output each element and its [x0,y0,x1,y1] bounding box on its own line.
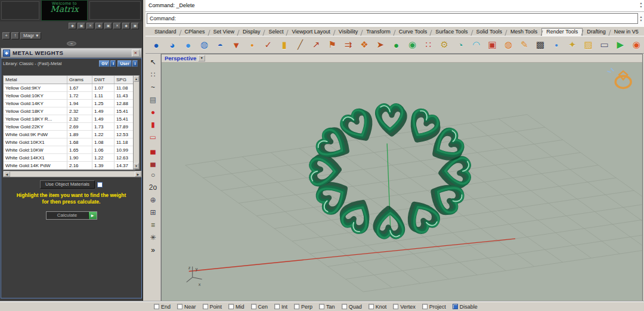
calculate-button[interactable]: Calculate ▶ [46,211,97,220]
ribbon-tool-icon[interactable]: ◔ [453,38,468,52]
toolbar-tab[interactable]: Visibility [335,28,362,36]
ribbon-tool-icon[interactable]: ⇉ [340,38,356,52]
panel-collapse-handle[interactable]: •• [67,41,76,46]
use-materials-checkbox[interactable] [97,182,103,187]
ribbon-tool-icon[interactable]: ⚑ [324,38,340,52]
table-row[interactable]: Yellow Gold:9KY 1.67 1.07 11.08 [4,84,135,92]
osnap-toggle[interactable]: Point [203,304,222,310]
side-tool-icon[interactable]: 2o [149,184,157,191]
ribbon-tool-icon[interactable]: ◓ [212,38,228,52]
dock-control-button[interactable]: ◆ [95,23,103,29]
user-info-button[interactable]: i [132,60,138,67]
toolbar-tab[interactable]: Transform [362,28,395,36]
side-tool-icon[interactable]: ⊕ [150,196,156,204]
ribbon-tool-icon[interactable]: ∷ [420,38,436,52]
table-row[interactable]: White Gold:14K PdW 2.16 1.39 14.37 [4,162,135,170]
toolbar-tab[interactable]: Viewport Layout [287,28,334,36]
toolbar-tab[interactable]: Set View [209,28,239,36]
table-row[interactable]: White Gold:14KX1 1.90 1.22 12.63 [4,154,135,162]
table-horizontal-scrollbar[interactable]: ◀ ▶ [3,171,142,177]
viewport-title[interactable]: Perspective [165,55,196,61]
metal-weights-header[interactable]: ◆ METAL WEIGHTS ✕ [1,48,142,58]
osnap-toggle[interactable]: Int [274,304,287,310]
scroll-down-icon[interactable]: ▼ [639,19,643,22]
ribbon-tool-icon[interactable]: ▶ [612,38,628,52]
side-tool-icon[interactable]: ⊞ [150,209,156,216]
dock-control-button[interactable]: ◆ [69,23,76,29]
side-tool-icon[interactable]: ▭ [150,134,156,141]
gv-info-button[interactable]: i [110,60,116,67]
scroll-right-icon[interactable]: ▶ [135,171,141,177]
ribbon-tool-icon[interactable]: ╱ [293,38,308,52]
magr-dropdown[interactable]: Magr ▾ [20,32,41,39]
toolbar-tab[interactable]: Standard [150,28,181,36]
table-row[interactable]: Yellow Gold:10KY 1.72 1.11 11.43 [4,92,135,100]
ribbon-tool-icon[interactable]: ▣ [485,38,500,52]
side-tool-icon[interactable]: ▄ [150,146,156,153]
ribbon-tool-icon[interactable]: ✓ [261,38,276,52]
command-scrollbar[interactable]: ▲ ▼ [639,16,643,22]
perspective-viewport-canvas[interactable]: z y x [162,63,642,301]
side-tool-icon[interactable]: » [151,247,155,254]
osnap-toggle[interactable]: End [154,304,171,310]
table-row[interactable]: Yellow Gold:18KY R... 2.32 1.49 15.41 [4,115,135,123]
table-row[interactable]: Yellow Gold:18KY 2.32 1.49 15.41 [4,107,135,115]
osnap-toggle[interactable]: Perp [294,304,312,310]
toolbar-tab[interactable]: Select [264,28,287,36]
dock-control-button[interactable]: ▣ [131,23,139,29]
ribbon-tool-icon[interactable]: • [244,38,260,52]
table-vertical-scrollbar[interactable]: ▲ ▼ [133,75,140,170]
dock-control-button[interactable]: ▣ [78,23,85,29]
checkbox-icon[interactable] [294,304,299,309]
ribbon-tool-icon[interactable]: ▼ [228,38,244,52]
up-button[interactable]: ↑ [11,32,19,39]
osnap-toggle[interactable]: Near [177,304,196,310]
table-row[interactable]: White Gold:10KW 1.65 1.06 10.99 [4,146,135,154]
scroll-left-icon[interactable]: ◀ [4,171,10,177]
scroll-down-icon[interactable]: ▼ [134,163,139,169]
user-button[interactable]: User [117,60,132,67]
checkbox-icon[interactable] [154,304,159,309]
ribbon-tool-icon[interactable]: ◉ [628,38,644,52]
ribbon-tool-icon[interactable]: ➤ [373,38,388,52]
checkbox-icon[interactable] [177,304,182,309]
scroll-up-icon[interactable]: ▲ [134,76,139,82]
osnap-toggle[interactable]: Quad [342,304,362,310]
command-input[interactable] [178,16,637,21]
add-button[interactable]: + [2,32,10,39]
ribbon-tool-icon[interactable]: ▩ [532,38,548,52]
osnap-toggle[interactable]: Disable [453,304,478,310]
osnap-toggle[interactable]: Knot [369,304,387,310]
toolbar-tab[interactable]: Mesh Tools [506,28,541,36]
checkbox-icon[interactable] [203,304,208,309]
checkbox-icon[interactable] [369,304,374,309]
ribbon-tool-icon[interactable]: ● [389,38,404,52]
toolbar-tab[interactable]: Display [239,28,265,36]
command-input-box[interactable]: Command: [147,13,638,24]
table-row[interactable]: Yellow Gold:14KY 1.94 1.25 12.88 [4,100,135,107]
ribbon-tool-icon[interactable]: ◍ [197,38,212,52]
ribbon-tool-icon[interactable]: ⚙ [436,38,452,52]
osnap-toggle[interactable]: Tan [319,304,335,310]
toolbar-tab[interactable]: Surface Tools [431,28,472,36]
checkbox-icon[interactable] [422,304,428,309]
toolbar-tab[interactable]: CPlanes [181,28,209,36]
side-tool-icon[interactable]: ≡ [151,221,155,229]
checkbox-icon[interactable] [228,304,234,309]
osnap-toggle[interactable]: Mid [228,304,244,310]
viewport-dropdown[interactable]: ▾ [198,55,205,61]
osnap-toggle[interactable]: Vertex [393,304,416,310]
side-tool-icon[interactable]: ↖ [150,58,156,66]
osnap-toggle[interactable]: Cen [251,304,268,310]
side-tool-icon[interactable]: ○ [151,171,155,178]
close-icon[interactable]: ✕ [132,50,140,57]
dock-control-button[interactable]: ✕ [86,23,94,29]
checkbox-icon[interactable] [393,304,398,309]
dock-control-button[interactable]: ✕ [113,23,121,29]
ribbon-tool-icon[interactable]: ❖ [357,38,372,52]
side-tool-icon[interactable]: ▮ [151,121,155,128]
side-tool-icon[interactable]: ∷ [151,71,156,78]
history-scrollbar[interactable]: ▲ ▼ [639,2,643,8]
ribbon-tool-icon[interactable]: ▨ [581,38,596,52]
checkbox-icon[interactable] [251,304,256,309]
